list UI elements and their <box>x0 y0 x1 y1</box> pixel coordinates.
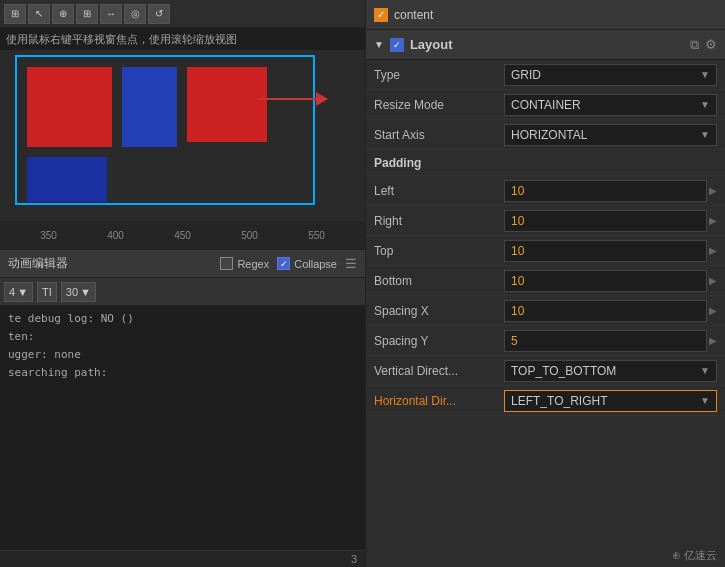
axis-dropdown[interactable]: HORIZONTAL ▼ <box>504 124 717 146</box>
ruler-bottom: 350 400 450 500 550 <box>0 221 365 249</box>
toolbar: ⊞ ↖ ⊕ ⊞ ↔ ◎ ↺ <box>0 0 365 28</box>
prop-row-type: Type GRID ▼ <box>366 60 725 90</box>
vert-dir-dropdown[interactable]: TOP_TO_BOTTOM ▼ <box>504 360 717 382</box>
axis-label: Start Axis <box>374 128 504 142</box>
properties-area: Type GRID ▼ Resize Mode CONTAINER ▼ Star… <box>366 60 725 567</box>
vert-dir-value: TOP_TO_BOTTOM <box>511 364 616 378</box>
canvas-area: 350 400 450 500 550 <box>0 50 365 250</box>
red-box-1 <box>27 67 112 147</box>
top-label: Top <box>374 244 504 258</box>
arrow-head <box>316 92 328 106</box>
resize-value: CONTAINER <box>511 98 581 112</box>
type-value: GRID <box>511 68 541 82</box>
right-label: Right <box>374 214 504 228</box>
prop-row-left: Left 10 ▶ <box>366 176 725 206</box>
bottom-panel: 动画编辑器 Regex ✓ Collapse ☰ 4 ▼ TI <box>0 250 365 567</box>
prop-row-spacing-y: Spacing Y 5 ▶ <box>366 326 725 356</box>
spacing-x-value[interactable]: 10 <box>504 300 707 322</box>
toolbar-btn-5[interactable]: ↔ <box>100 4 122 24</box>
prop-row-bottom: Bottom 10 ▶ <box>366 266 725 296</box>
blue-box-2 <box>27 157 107 202</box>
anim-title: 动画编辑器 <box>8 255 68 272</box>
type-arrow-icon: ▼ <box>700 69 710 80</box>
horiz-dir-dropdown[interactable]: LEFT_TO_RIGHT ▼ <box>504 390 717 412</box>
right-panel: ✓ content ▼ ✓ Layout ⧉ ⚙ Type GRID ▼ Res… <box>365 0 725 567</box>
axis-arrow-icon: ▼ <box>700 129 710 140</box>
red-box-2 <box>187 67 267 142</box>
sel-box-1[interactable]: 4 ▼ <box>4 282 33 302</box>
section-expand-icon[interactable]: ▼ <box>374 39 384 50</box>
ruler-mark-4: 500 <box>241 230 258 241</box>
ruler-mark-1: 350 <box>40 230 57 241</box>
ruler-mark-3: 450 <box>174 230 191 241</box>
left-expand-icon: ▶ <box>709 185 717 196</box>
regex-checkbox-label[interactable]: Regex <box>220 257 269 270</box>
collapse-checkbox[interactable]: ✓ <box>277 257 290 270</box>
prop-row-horiz-dir: Horizontal Dir... LEFT_TO_RIGHT ▼ <box>366 386 725 416</box>
spacing-y-value[interactable]: 5 <box>504 330 707 352</box>
spacing-y-expand-icon: ▶ <box>709 335 717 346</box>
toolbar-btn-4[interactable]: ⊞ <box>76 4 98 24</box>
grid-container-outline <box>15 55 315 205</box>
toolbar-btn-7[interactable]: ↺ <box>148 4 170 24</box>
right-value[interactable]: 10 <box>504 210 707 232</box>
spacing-x-label: Spacing X <box>374 304 504 318</box>
toolbar-btn-6[interactable]: ◎ <box>124 4 146 24</box>
prop-row-top: Top 10 ▶ <box>366 236 725 266</box>
bottom-expand-icon: ▶ <box>709 275 717 286</box>
toolbar-btn-2[interactable]: ↖ <box>28 4 50 24</box>
log-line-7: searching path: <box>8 364 357 382</box>
spacing-y-label: Spacing Y <box>374 334 504 348</box>
viewport-hint: 使用鼠标右键平移视窗焦点，使用滚轮缩放视图 <box>0 28 365 50</box>
horiz-dir-value: LEFT_TO_RIGHT <box>511 394 607 408</box>
ruler-mark-2: 400 <box>107 230 124 241</box>
layout-checkbox[interactable]: ✓ <box>390 38 404 52</box>
anim-header: 动画编辑器 Regex ✓ Collapse ☰ <box>0 250 365 278</box>
log-line-1: te debug log: NO () <box>8 310 357 328</box>
anim-controls: Regex ✓ Collapse ☰ <box>220 256 357 271</box>
toolbar-btn-1[interactable]: ⊞ <box>4 4 26 24</box>
content-checkbox[interactable]: ✓ <box>374 8 388 22</box>
prop-row-right: Right 10 ▶ <box>366 206 725 236</box>
content-tab[interactable]: ✓ content <box>366 0 725 30</box>
bottom-value[interactable]: 10 <box>504 270 707 292</box>
vert-dir-arrow-icon: ▼ <box>700 365 710 376</box>
left-value[interactable]: 10 <box>504 180 707 202</box>
top-expand-icon: ▶ <box>709 245 717 256</box>
resize-arrow-icon: ▼ <box>700 99 710 110</box>
top-value[interactable]: 10 <box>504 240 707 262</box>
right-expand-icon: ▶ <box>709 215 717 226</box>
spacing-x-expand-icon: ▶ <box>709 305 717 316</box>
horiz-dir-label: Horizontal Dir... <box>374 394 504 408</box>
page-number: 3 <box>0 550 365 567</box>
ruler-mark-5: 550 <box>308 230 325 241</box>
menu-icon[interactable]: ☰ <box>345 256 357 271</box>
sel-box-3[interactable]: 30 ▼ <box>61 282 96 302</box>
padding-group: Padding <box>366 150 725 176</box>
sel3-arrow: ▼ <box>80 286 91 298</box>
prop-row-spacing-x: Spacing X 10 ▶ <box>366 296 725 326</box>
blue-box-1 <box>122 67 177 147</box>
resize-dropdown[interactable]: CONTAINER ▼ <box>504 94 717 116</box>
left-panel: ⊞ ↖ ⊕ ⊞ ↔ ◎ ↺ 使用鼠标右键平移视窗焦点，使用滚轮缩放视图 350 … <box>0 0 365 567</box>
vert-dir-label: Vertical Direct... <box>374 364 504 378</box>
toolbar-btn-3[interactable]: ⊕ <box>52 4 74 24</box>
bottom-label: Bottom <box>374 274 504 288</box>
section-title-group: ▼ ✓ Layout <box>374 37 453 52</box>
type-dropdown[interactable]: GRID ▼ <box>504 64 717 86</box>
prop-row-axis: Start Axis HORIZONTAL ▼ <box>366 120 725 150</box>
collapse-checkbox-label[interactable]: ✓ Collapse <box>277 257 337 270</box>
regex-checkbox[interactable] <box>220 257 233 270</box>
axis-value: HORIZONTAL <box>511 128 587 142</box>
sel-box-2[interactable]: TI <box>37 282 57 302</box>
padding-group-label: Padding <box>374 156 421 170</box>
watermark: ⊕ 亿速云 <box>672 548 717 563</box>
resize-label: Resize Mode <box>374 98 504 112</box>
arrow-line <box>258 98 323 100</box>
gear-icon[interactable]: ⚙ <box>705 37 717 52</box>
layout-section-name: Layout <box>410 37 453 52</box>
prop-row-vert-dir: Vertical Direct... TOP_TO_BOTTOM ▼ <box>366 356 725 386</box>
copy-icon[interactable]: ⧉ <box>690 37 699 53</box>
horiz-dir-arrow-icon: ▼ <box>700 395 710 406</box>
content-tab-label: content <box>394 8 433 22</box>
